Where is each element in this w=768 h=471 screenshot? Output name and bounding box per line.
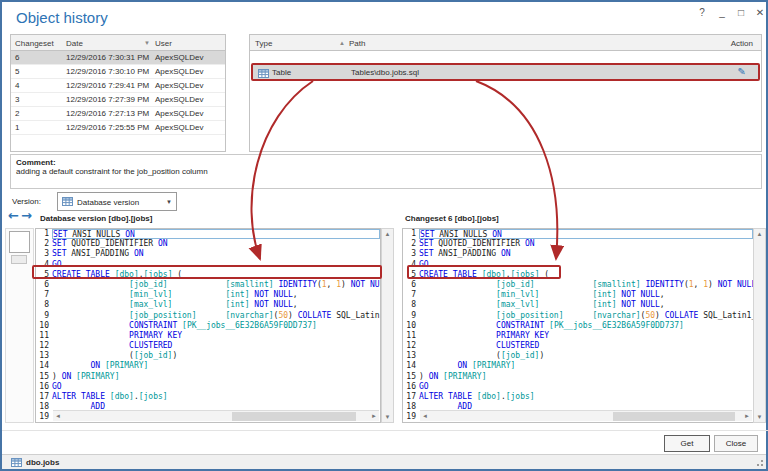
code-line: 11 PRIMARY KEY bbox=[403, 331, 753, 341]
table-icon bbox=[258, 69, 269, 78]
line-number: 10 bbox=[403, 321, 419, 331]
scroll-right-icon[interactable]: ► bbox=[371, 413, 377, 419]
code-text: [job_position] [nvarchar](50) COLLATE SQ… bbox=[419, 311, 753, 321]
code-line: 3SET ANSI_PADDING ON bbox=[36, 249, 380, 259]
line-number: 19 bbox=[36, 412, 52, 422]
code-text: [job_position] [nvarchar](50) COLLATE SQ… bbox=[52, 311, 380, 321]
changeset-row[interactable]: 612/29/2016 7:30:31 PMApexSQLDev bbox=[11, 51, 225, 65]
right-vertical-scrollbar[interactable]: ▲ ▼ bbox=[753, 228, 766, 423]
line-number: 3 bbox=[36, 249, 52, 259]
changeset-row[interactable]: 512/29/2016 7:30:10 PMApexSQLDev bbox=[11, 65, 225, 79]
right-code-panel[interactable]: 1SET ANSI_NULLS ON2SET QUOTED_IDENTIFIER… bbox=[402, 228, 754, 423]
changeset-row[interactable]: 312/29/2016 7:27:39 PMApexSQLDev bbox=[11, 93, 225, 107]
nav-forward-icon[interactable]: → bbox=[21, 208, 34, 223]
code-text: CLUSTERED bbox=[52, 341, 380, 351]
chevron-down-icon[interactable]: ▼ bbox=[166, 199, 172, 205]
code-line: 12 CLUSTERED bbox=[403, 341, 753, 351]
nav-back-icon[interactable]: ← bbox=[8, 208, 21, 223]
page-thumbnail[interactable] bbox=[9, 231, 30, 253]
line-number: 17 bbox=[36, 392, 52, 402]
right-horizontal-scrollbar[interactable]: ◄ ► bbox=[420, 410, 752, 421]
code-text: SET ANSI_PADDING ON bbox=[52, 249, 380, 259]
column-header-date[interactable]: Date bbox=[66, 39, 83, 48]
cell: 2 bbox=[15, 109, 19, 118]
version-value: Database version bbox=[77, 198, 139, 207]
help-icon[interactable]: ? bbox=[694, 7, 710, 18]
code-text: ) ON [PRIMARY] bbox=[52, 372, 380, 382]
cell: 6 bbox=[15, 53, 19, 62]
code-text: PRIMARY KEY bbox=[419, 331, 753, 341]
dialog-title: Object history bbox=[16, 9, 108, 26]
get-button[interactable]: Get bbox=[664, 435, 710, 452]
code-line: 17ALTER TABLE [dbo].[jobs] bbox=[36, 392, 380, 402]
line-number: 16 bbox=[403, 382, 419, 392]
version-dropdown[interactable]: Database version ▼ bbox=[57, 192, 177, 211]
file-type-label: Table bbox=[272, 68, 291, 77]
line-number: 8 bbox=[36, 300, 52, 310]
minimize-icon[interactable]: _ bbox=[714, 7, 730, 18]
changesets-grid-header: Changeset Date ▼ User bbox=[11, 35, 225, 51]
left-vertical-scrollbar[interactable]: ▲ ▼ bbox=[381, 228, 394, 423]
column-header-path[interactable]: Path bbox=[349, 39, 365, 48]
changeset-row[interactable]: 412/29/2016 7:29:41 PMApexSQLDev bbox=[11, 79, 225, 93]
code-line: 2SET QUOTED_IDENTIFIER ON bbox=[36, 239, 380, 249]
code-text: ([job_id]) bbox=[419, 351, 753, 361]
code-line: 9 [job_position] [nvarchar](50) COLLATE … bbox=[403, 311, 753, 321]
scroll-right-icon[interactable]: ► bbox=[744, 413, 750, 419]
changeset-row[interactable]: 212/29/2016 7:27:13 PMApexSQLDev bbox=[11, 107, 225, 121]
cell: 12/29/2016 7:27:39 PM bbox=[66, 95, 149, 104]
code-text: PRIMARY KEY bbox=[52, 331, 380, 341]
code-text: GO bbox=[52, 382, 380, 392]
close-button[interactable]: Close bbox=[714, 435, 758, 452]
cell: 4 bbox=[15, 81, 19, 90]
column-header-user[interactable]: User bbox=[155, 39, 172, 48]
scroll-up-icon[interactable]: ▲ bbox=[754, 231, 765, 237]
edit-icon[interactable]: ✎ bbox=[738, 66, 746, 77]
scroll-up-icon[interactable]: ▲ bbox=[382, 231, 393, 237]
scroll-left-icon[interactable]: ◄ bbox=[422, 413, 428, 419]
cell: ApexSQLDev bbox=[155, 109, 203, 118]
line-number: 8 bbox=[403, 300, 419, 310]
scroll-down-icon[interactable]: ▼ bbox=[754, 414, 765, 420]
code-line: 8 [max_lvl] [int] NOT NULL, bbox=[403, 300, 753, 310]
status-object-name: dbo.jobs bbox=[26, 458, 59, 467]
code-text: SET ANSI_PADDING ON bbox=[419, 249, 753, 259]
cell: ApexSQLDev bbox=[155, 67, 203, 76]
line-number: 5 bbox=[36, 270, 52, 280]
left-horizontal-scrollbar[interactable]: ◄ ► bbox=[53, 410, 379, 421]
scrollbar-thumb[interactable] bbox=[613, 412, 736, 421]
column-header-changeset[interactable]: Changeset bbox=[15, 39, 54, 48]
right-panel-title: Changeset 6 [dbo].[jobs] bbox=[405, 214, 499, 223]
left-panel-title: Database version [dbo].[jobs] bbox=[40, 214, 152, 223]
code-line: 15) ON [PRIMARY] bbox=[403, 372, 753, 382]
line-number: 13 bbox=[403, 351, 419, 361]
code-text: GO bbox=[419, 260, 753, 270]
line-number: 4 bbox=[36, 260, 52, 270]
maximize-icon[interactable]: □ bbox=[733, 7, 749, 18]
sort-asc-icon: ▲ bbox=[339, 40, 345, 46]
code-text: CREATE TABLE [dbo].[jobs] ( bbox=[419, 270, 753, 280]
resize-grip[interactable] bbox=[756, 460, 763, 467]
code-line: 10 CONSTRAINT [PK__jobs__6E32B6A59F0DD73… bbox=[403, 321, 753, 331]
code-line: 3SET ANSI_PADDING ON bbox=[403, 249, 753, 259]
code-line: 14 ON [PRIMARY] bbox=[36, 361, 380, 371]
cell: 12/29/2016 7:25:55 PM bbox=[66, 123, 149, 132]
left-code-panel[interactable]: 1SET ANSI_NULLS ON2SET QUOTED_IDENTIFIER… bbox=[35, 228, 381, 423]
page-thumbnail[interactable] bbox=[11, 255, 27, 264]
document-map[interactable] bbox=[5, 228, 34, 423]
scrollbar-thumb[interactable] bbox=[232, 412, 356, 421]
scroll-left-icon[interactable]: ◄ bbox=[55, 413, 61, 419]
footer-divider bbox=[2, 430, 768, 431]
column-header-type[interactable]: Type bbox=[255, 39, 272, 48]
scroll-down-icon[interactable]: ▼ bbox=[382, 414, 393, 420]
close-icon[interactable]: ✕ bbox=[752, 7, 768, 18]
code-text: ([job_id]) bbox=[52, 351, 380, 361]
code-line: 2SET QUOTED_IDENTIFIER ON bbox=[403, 239, 753, 249]
file-row[interactable]: Table Tables\dbo.jobs.sql ✎ bbox=[251, 63, 760, 81]
object-history-dialog: Object history ? _ □ ✕ Changeset Date ▼ … bbox=[0, 0, 768, 471]
table-icon bbox=[11, 458, 22, 467]
code-line: 17ALTER TABLE [dbo].[jobs] bbox=[403, 392, 753, 402]
column-header-action[interactable]: Action bbox=[731, 39, 753, 48]
code-text: ALTER TABLE [dbo].[jobs] bbox=[52, 392, 380, 402]
changeset-row[interactable]: 112/29/2016 7:25:55 PMApexSQLDev bbox=[11, 121, 225, 135]
